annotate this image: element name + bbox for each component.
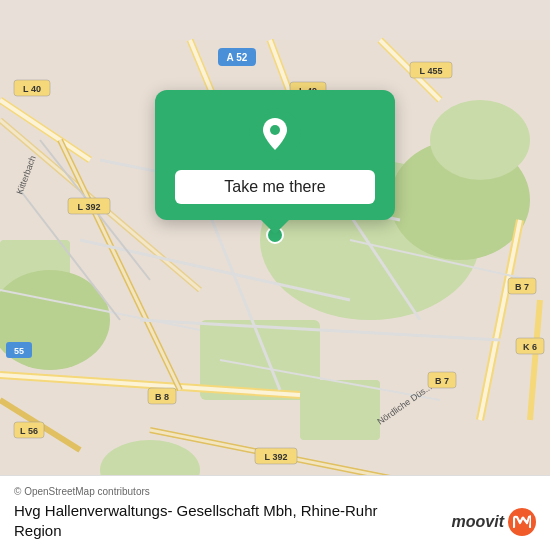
svg-text:B 7: B 7 [515,282,529,292]
svg-text:55: 55 [14,346,24,356]
moovit-logo: moovit [452,508,536,536]
map-container: A 52 L 49 L 455 L 40 L 392 L 392 B 7 B 7… [0,0,550,550]
map-attribution: © OpenStreetMap contributors [14,486,536,497]
map-svg: A 52 L 49 L 455 L 40 L 392 L 392 B 7 B 7… [0,0,550,550]
svg-text:L 392: L 392 [265,452,288,462]
location-name: Hvg Hallenverwaltungs- Gesellschaft Mbh,… [14,501,394,540]
location-pin-icon [249,108,301,160]
moovit-dot [508,508,536,536]
svg-text:K 6: K 6 [523,342,537,352]
popup-card: Take me there [155,90,395,220]
take-me-there-button[interactable]: Take me there [175,170,375,204]
svg-text:A 52: A 52 [227,52,248,63]
svg-text:B 7: B 7 [435,376,449,386]
svg-point-70 [270,125,280,135]
moovit-text: moovit [452,513,504,531]
bottom-bar: © OpenStreetMap contributors Hvg Hallenv… [0,475,550,550]
svg-text:L 56: L 56 [20,426,38,436]
svg-rect-8 [300,380,380,440]
svg-text:L 392: L 392 [78,202,101,212]
svg-text:B 8: B 8 [155,392,169,402]
svg-point-3 [430,100,530,180]
svg-text:L 455: L 455 [420,66,443,76]
svg-text:L 40: L 40 [23,84,41,94]
